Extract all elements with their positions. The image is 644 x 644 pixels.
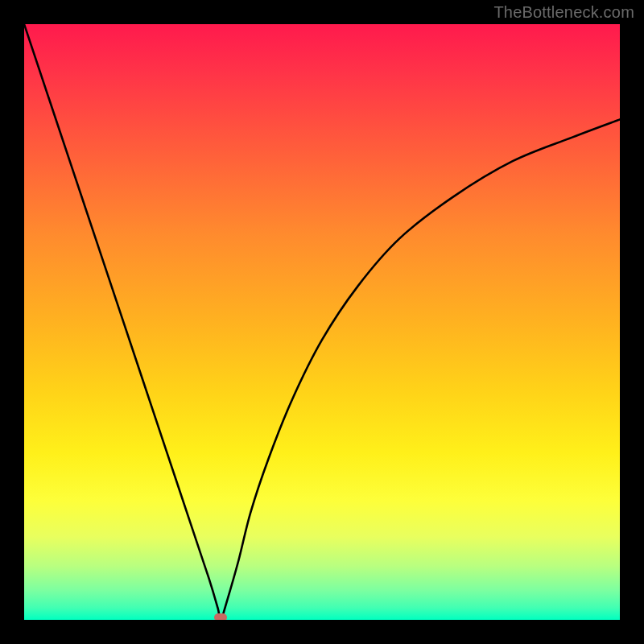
chart-frame: TheBottleneck.com bbox=[0, 0, 644, 644]
plot-area bbox=[24, 24, 620, 620]
minimum-marker-icon bbox=[214, 613, 227, 620]
bottleneck-curve bbox=[24, 24, 620, 620]
watermark-text: TheBottleneck.com bbox=[493, 3, 634, 22]
